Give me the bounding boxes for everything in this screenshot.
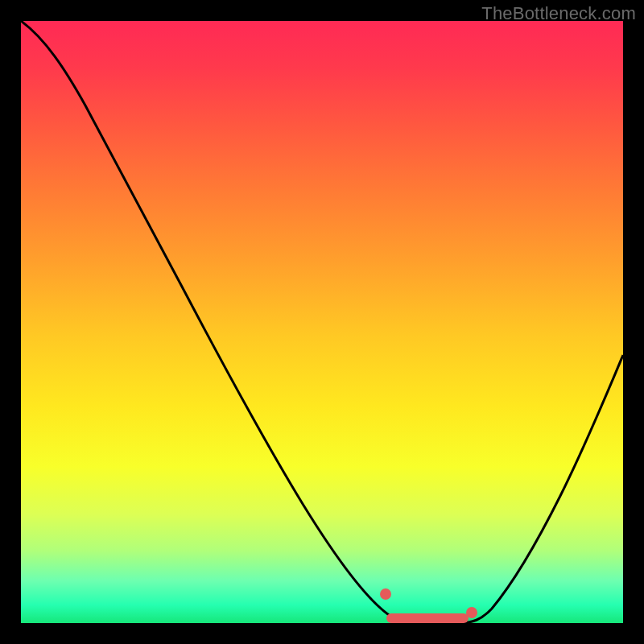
watermark-text: TheBottleneck.com (481, 3, 636, 24)
chart-svg (21, 21, 623, 623)
bottleneck-curve (21, 21, 623, 623)
chart-frame: TheBottleneck.com (0, 0, 644, 644)
highlight-point-right (466, 607, 477, 618)
highlight-point-left (380, 588, 391, 600)
plot-area (21, 21, 623, 623)
